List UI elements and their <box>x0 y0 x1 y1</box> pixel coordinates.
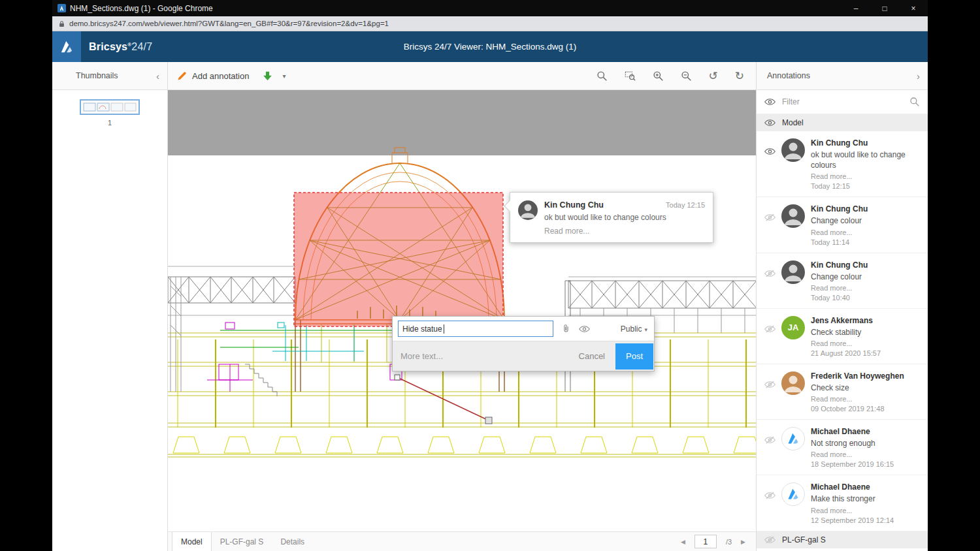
read-more-link[interactable]: Read more... <box>811 450 921 458</box>
section-header-pl-gf-gal-s[interactable]: PL-GF-gal S <box>757 531 928 548</box>
annotation-list-item[interactable]: Michael Dhaene Not strong enough Read mo… <box>757 420 928 475</box>
address-bar[interactable]: demo.bricsys247.com/web/viewer.html?GWT&… <box>52 16 928 31</box>
annotation-text: Change colour <box>811 272 921 282</box>
bricsys-logo-icon <box>785 486 801 502</box>
collapse-panel-icon[interactable]: ‹ <box>156 71 159 82</box>
visibility-toggle-icon[interactable] <box>764 213 776 245</box>
annotation-text: Make this stronger <box>811 494 921 504</box>
bricsys-logo-icon <box>58 39 75 55</box>
comment-input[interactable]: Hide statue <box>398 321 553 337</box>
add-annotation-button[interactable]: Add annotation <box>177 71 249 81</box>
read-more-link[interactable]: Read more... <box>811 507 921 514</box>
avatar <box>781 427 805 450</box>
page-thumbnail[interactable] <box>80 99 140 115</box>
read-more-link[interactable]: Read more... <box>811 339 921 347</box>
annotation-author: Kin Chung Chu <box>811 260 921 270</box>
cad-drawing[interactable] <box>168 90 756 531</box>
visibility-toggle-icon[interactable] <box>764 536 776 544</box>
sheet-tab[interactable]: Details <box>272 532 313 551</box>
read-more-link[interactable]: Read more... <box>544 227 705 236</box>
annotation-list-item[interactable]: Michael Dhaene Make this stronger Read m… <box>757 475 928 531</box>
bricsys-logo[interactable] <box>52 31 81 62</box>
section-label: Model <box>782 118 804 127</box>
redo-icon[interactable]: ↻ <box>735 71 744 82</box>
read-more-link[interactable]: Read more... <box>811 172 921 180</box>
red-annotation-region[interactable] <box>294 193 503 326</box>
add-annotation-label: Add annotation <box>192 71 249 81</box>
leader-end-handle[interactable] <box>485 417 492 424</box>
viewer-toolbar: Add annotation ▾ <box>168 62 756 90</box>
visibility-toggle-icon[interactable] <box>764 381 776 413</box>
url-text[interactable]: demo.bricsys247.com/web/viewer.html?GWT&… <box>69 20 389 27</box>
annotations-header: Annotations › <box>757 62 928 90</box>
thumbnail-page-number: 1 <box>108 119 112 127</box>
attachment-icon[interactable] <box>561 324 571 334</box>
visibility-toggle-icon[interactable] <box>764 436 776 468</box>
filter-input[interactable] <box>782 97 903 106</box>
download-options-dropdown[interactable]: ▾ <box>282 72 286 80</box>
page-number-input[interactable]: 1 <box>694 535 717 548</box>
annotation-author: Frederik Van Hoyweghen <box>811 371 921 381</box>
annotation-time: 18 September 2019 16:15 <box>811 460 921 468</box>
section-header-model[interactable]: Model <box>757 114 928 131</box>
comment-input-value: Hide statue <box>402 324 442 334</box>
annotation-time: Today 11:14 <box>811 238 921 246</box>
annotation-list-item[interactable]: Kin Chung Chu ok but would like to chang… <box>757 131 928 197</box>
visibility-icon[interactable] <box>579 325 590 333</box>
person-silhouette-icon <box>781 138 805 162</box>
toggle-all-visibility-icon[interactable] <box>764 98 776 106</box>
annotation-pencil-icon <box>177 71 188 81</box>
close-button[interactable]: × <box>899 0 928 16</box>
sheet-tab[interactable]: PL-GF-gal S <box>212 532 272 551</box>
minimize-button[interactable]: – <box>841 0 870 16</box>
window-title: NHM_Sections.dwg (1) - Google Chrome <box>70 4 213 13</box>
popup-time: Today 12:15 <box>666 201 705 209</box>
maximize-button[interactable]: □ <box>870 0 899 16</box>
person-silhouette-icon <box>781 204 805 228</box>
annotation-list-item[interactable]: Kin Chung Chu Change colour Read more...… <box>757 253 928 309</box>
read-more-link[interactable]: Read more... <box>811 284 921 292</box>
leader-start-handle[interactable] <box>395 375 400 380</box>
expand-panel-icon[interactable]: › <box>917 71 920 82</box>
window-titlebar: NHM_Sections.dwg (1) - Google Chrome – □… <box>52 0 928 16</box>
sheet-tab-label: PL-GF-gal S <box>220 537 264 546</box>
annotation-list-item[interactable]: Kin Chung Chu Change colour Read more...… <box>757 197 928 253</box>
zoom-window-icon[interactable] <box>625 71 636 82</box>
annotation-list-item[interactable]: Jurgen Schepers <box>757 548 928 551</box>
zoom-icon[interactable] <box>596 71 608 82</box>
page-total-label: /3 <box>726 538 732 546</box>
read-more-link[interactable]: Read more... <box>811 395 921 403</box>
annotations-filter-row <box>757 90 928 114</box>
previous-page-icon[interactable]: ◀ <box>681 539 685 545</box>
lock-icon[interactable] <box>59 20 65 27</box>
undo-icon[interactable]: ↺ <box>709 71 718 82</box>
zoom-out-icon[interactable] <box>681 71 692 82</box>
annotation-text: Change colour <box>811 215 921 226</box>
visibility-toggle-icon[interactable] <box>764 148 776 190</box>
post-button[interactable]: Post <box>615 343 653 370</box>
cancel-button[interactable]: Cancel <box>579 351 605 361</box>
visibility-dropdown[interactable]: Public▾ <box>621 324 647 334</box>
next-page-icon[interactable]: ▶ <box>741 539 745 545</box>
read-more-link[interactable]: Read more... <box>811 228 921 236</box>
annotation-list-item[interactable]: Frederik Van Hoyweghen Check size Read m… <box>757 364 928 420</box>
drawing-canvas[interactable]: Kin Chung Chu Today 12:15 ok but would l… <box>168 90 756 531</box>
annotations-panel: Annotations › Model <box>756 62 928 551</box>
document-title: Bricsys 24/7 Viewer: NHM_Sections.dwg (1… <box>52 42 928 52</box>
download-button[interactable] <box>262 71 273 82</box>
viewer-column: Add annotation ▾ <box>168 62 756 551</box>
annotation-time: 12 September 2019 12:14 <box>811 516 921 524</box>
thumbnails-panel: Thumbnails ‹ 1 <box>52 62 168 551</box>
visibility-toggle-icon[interactable] <box>764 492 776 524</box>
annotation-list-item[interactable]: JA Jens Akkermans Check stability Read m… <box>757 309 928 364</box>
search-icon <box>909 97 920 107</box>
visibility-toggle-icon[interactable] <box>764 325 776 357</box>
annotation-text: Not strong enough <box>811 438 921 449</box>
annotation-popup: Kin Chung Chu Today 12:15 ok but would l… <box>510 192 713 243</box>
more-text-button[interactable]: More text... <box>400 351 443 361</box>
visibility-toggle-icon[interactable] <box>764 119 776 127</box>
visibility-toggle-icon[interactable] <box>764 270 776 302</box>
sheet-tab[interactable]: Model <box>172 532 212 551</box>
brand-text: Bricsys®24/7 <box>89 41 152 53</box>
zoom-in-icon[interactable] <box>653 71 664 82</box>
